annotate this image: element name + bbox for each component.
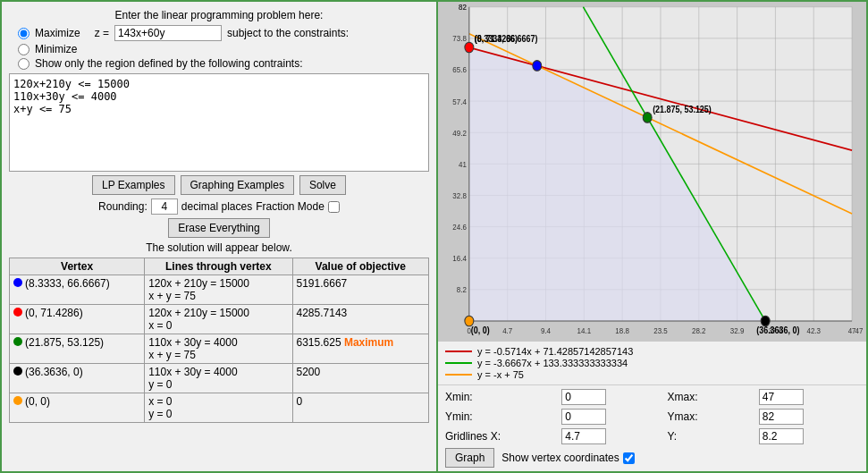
subject-to-label: subject to the constraints: xyxy=(227,27,349,39)
show-vertex-checkbox[interactable] xyxy=(623,452,635,464)
objective-z-label: z = xyxy=(95,27,109,39)
controls-area: Xmin: Xmax: Ymin: Ymax: Gridlines X: Y: … xyxy=(438,384,866,471)
graph-area: 4.79.414.118.823.528.232.937.642.3470478… xyxy=(438,2,866,342)
erase-everything-button[interactable]: Erase Everything xyxy=(168,218,269,238)
solve-button[interactable]: Solve xyxy=(299,175,346,195)
svg-text:16.4: 16.4 xyxy=(452,254,467,264)
fraction-mode-checkbox[interactable] xyxy=(328,201,340,213)
objective-input[interactable] xyxy=(114,25,222,41)
svg-text:23.5: 23.5 xyxy=(653,325,668,335)
maximize-label: Maximize xyxy=(35,27,80,39)
svg-text:32.9: 32.9 xyxy=(730,325,745,335)
xmin-input[interactable] xyxy=(561,389,606,405)
vertex-dot xyxy=(13,278,22,287)
table-header-vertex: Vertex xyxy=(10,258,145,275)
svg-text:8.2: 8.2 xyxy=(457,285,467,295)
solution-table: Vertex Lines through vertex Value of obj… xyxy=(9,258,429,423)
svg-text:32.8: 32.8 xyxy=(452,190,467,200)
value-cell: 4285.7143 xyxy=(292,305,429,334)
gridlines-y-input[interactable] xyxy=(759,428,804,444)
fraction-mode-label: Fraction Mode xyxy=(256,200,324,213)
graph-btn-row: Graph Show vertex coordinates xyxy=(445,448,859,468)
ymax-label: Ymax: xyxy=(668,410,754,423)
erase-row: Erase Everything xyxy=(9,218,429,238)
legend-area: y = -0.5714x + 71.42857142857143 y = -3.… xyxy=(438,342,866,384)
maximize-row: Maximize z = subject to the constraints: xyxy=(18,25,429,41)
button-row: LP Examples Graphing Examples Solve xyxy=(9,175,429,195)
radio-group: Maximize z = subject to the constraints:… xyxy=(9,25,429,70)
ymin-label: Ymin: xyxy=(445,410,556,423)
svg-text:41: 41 xyxy=(459,159,467,169)
table-row: (0, 0)x = 0y = 00 xyxy=(10,393,429,423)
ymax-input[interactable] xyxy=(759,409,804,425)
ymin-input[interactable] xyxy=(561,409,606,425)
svg-text:18.8: 18.8 xyxy=(615,325,629,335)
table-header-value: Value of objective xyxy=(292,258,429,275)
legend-eq-1: y = -0.5714x + 71.42857142857143 xyxy=(477,346,633,357)
legend-line-3 xyxy=(445,374,472,376)
table-row: (21.875, 53.125)110x + 30y = 4000x + y =… xyxy=(10,334,429,364)
constraints-textarea[interactable]: 120x+210y <= 15000 110x+30y <= 4000 x+y … xyxy=(9,73,429,172)
svg-text:65.6: 65.6 xyxy=(452,65,467,75)
svg-text:24.6: 24.6 xyxy=(452,223,467,232)
rounding-row: Rounding: decimal places Fraction Mode xyxy=(9,198,429,215)
lines-cell: 120x + 210y = 15000x = 0 xyxy=(145,305,292,334)
xmax-label: Xmax: xyxy=(668,391,754,403)
rounding-input[interactable] xyxy=(151,198,178,215)
region-label: Show only the region defined by the foll… xyxy=(35,57,303,70)
svg-text:(0, 0): (0, 0) xyxy=(471,325,490,335)
value-cell: 6315.625 Maximum xyxy=(292,334,429,364)
show-vertex-label: Show vertex coordinates xyxy=(501,452,619,464)
vertex-dot xyxy=(13,367,22,376)
svg-text:9.4: 9.4 xyxy=(541,325,551,335)
graphing-examples-button[interactable]: Graphing Examples xyxy=(181,175,294,195)
svg-text:(36.3636, 0): (36.3636, 0) xyxy=(756,325,799,335)
lines-cell: x = 0y = 0 xyxy=(145,393,292,423)
legend-line-2 xyxy=(445,362,472,364)
legend-item-2: y = -3.6667x + 133.333333333334 xyxy=(445,358,859,368)
svg-point-52 xyxy=(533,61,542,72)
gridlines-y-label: Y: xyxy=(668,430,754,443)
svg-text:57.4: 57.4 xyxy=(452,97,467,106)
legend-eq-2: y = -3.6667x + 133.333333333334 xyxy=(477,358,628,368)
show-vertex-row: Show vertex coordinates xyxy=(501,452,634,464)
rounding-label: Rounding: xyxy=(98,200,147,213)
lines-cell: 110x + 30y = 4000y = 0 xyxy=(145,364,292,393)
svg-point-51 xyxy=(465,42,474,53)
lines-cell: 120x + 210y = 15000x + y = 75 xyxy=(145,275,292,305)
svg-text:42.3: 42.3 xyxy=(806,325,821,335)
value-cell: 5200 xyxy=(292,364,429,393)
minimize-row: Minimize xyxy=(18,43,429,55)
svg-text:82: 82 xyxy=(459,3,467,13)
right-panel: 4.79.414.118.823.528.232.937.642.3470478… xyxy=(438,0,868,473)
lines-cell: 110x + 30y = 4000x + y = 75 xyxy=(145,334,292,364)
svg-text:28.2: 28.2 xyxy=(692,325,706,335)
table-row: (8.3333, 66.6667)120x + 210y = 15000x + … xyxy=(10,275,429,305)
controls-grid: Xmin: Xmax: Ymin: Ymax: Gridlines X: Y: xyxy=(445,389,859,444)
vertex-dot xyxy=(13,396,22,405)
table-header-lines: Lines through vertex xyxy=(145,258,292,275)
svg-text:(8.3333, 66.6667): (8.3333, 66.6667) xyxy=(475,34,538,45)
gridlines-x-label: Gridlines X: xyxy=(445,430,556,443)
minimize-radio[interactable] xyxy=(18,44,29,55)
graph-button[interactable]: Graph xyxy=(445,448,494,468)
svg-text:(21.875, 53.125): (21.875, 53.125) xyxy=(653,104,712,114)
value-cell: 0 xyxy=(292,393,429,423)
legend-eq-3: y = -x + 75 xyxy=(477,369,524,380)
vertex-cell: (21.875, 53.125) xyxy=(10,334,145,364)
svg-text:47: 47 xyxy=(855,325,864,335)
svg-text:73.8: 73.8 xyxy=(452,34,467,44)
region-radio[interactable] xyxy=(18,58,29,70)
maximize-radio[interactable] xyxy=(18,28,29,39)
decimal-places-label: decimal places xyxy=(181,200,252,213)
lp-examples-button[interactable]: LP Examples xyxy=(92,175,174,195)
vertex-cell: (8.3333, 66.6667) xyxy=(10,275,145,305)
region-row: Show only the region defined by the foll… xyxy=(18,57,429,70)
svg-text:4.7: 4.7 xyxy=(502,325,512,335)
xmax-input[interactable] xyxy=(759,389,804,405)
vertex-dot xyxy=(13,308,22,317)
header-text: Enter the linear programming problem her… xyxy=(9,9,429,21)
gridlines-x-input[interactable] xyxy=(561,428,606,444)
table-row: (0, 71.4286)120x + 210y = 15000x = 04285… xyxy=(10,305,429,334)
solution-label: The solution will appear below. xyxy=(9,241,429,254)
